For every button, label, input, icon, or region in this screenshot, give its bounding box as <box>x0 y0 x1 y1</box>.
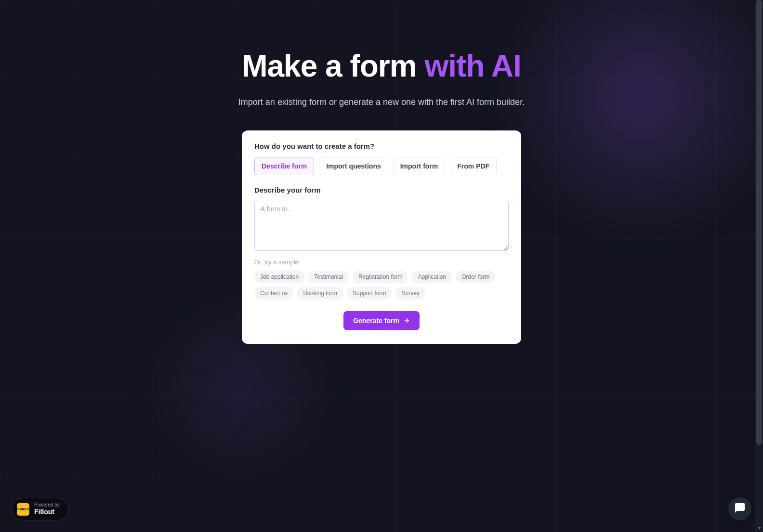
sample-contact-us[interactable]: Contact us <box>254 287 293 299</box>
tab-describe-form[interactable]: Describe form <box>254 157 314 175</box>
chat-icon <box>734 502 746 516</box>
scrollbar-down-arrow-icon[interactable]: ▾ <box>755 524 763 531</box>
describe-label: Describe your form <box>254 186 509 194</box>
form-card: How do you want to create a form? Descri… <box>242 130 521 344</box>
main-container: Make a form with AI Import an existing f… <box>0 0 763 344</box>
sample-application[interactable]: Application <box>412 271 452 283</box>
tab-import-form[interactable]: Import form <box>393 157 446 175</box>
powered-by-badge[interactable]: Fillout Powered by Fillout <box>12 498 69 520</box>
sample-job-application[interactable]: Job application <box>254 271 304 283</box>
sample-chips: Job application Testimonial Registration… <box>254 271 509 299</box>
generate-wrapper: Generate form <box>254 311 509 330</box>
page-title: Make a form with AI <box>242 48 521 84</box>
title-text: Make a form <box>242 49 424 83</box>
page-subtitle: Import an existing form or generate a ne… <box>238 97 525 107</box>
sample-order-form[interactable]: Order form <box>456 271 495 283</box>
chat-button[interactable] <box>728 497 751 520</box>
sample-registration-form[interactable]: Registration form <box>353 271 408 283</box>
card-question: How do you want to create a form? <box>254 142 509 150</box>
scrollbar-track[interactable] <box>756 0 762 523</box>
sample-survey[interactable]: Survey <box>395 287 425 299</box>
describe-form-input[interactable] <box>254 200 509 251</box>
title-accent: with AI <box>424 49 521 83</box>
tab-import-questions[interactable]: Import questions <box>319 157 388 175</box>
fillout-logo-icon: Fillout <box>17 503 29 516</box>
arrow-right-icon <box>403 317 410 324</box>
generate-button-label: Generate form <box>353 317 399 324</box>
sample-booking-form[interactable]: Booking form <box>297 287 343 299</box>
sample-testimonial[interactable]: Testimonial <box>308 271 349 283</box>
powered-by-brand: Fillout <box>34 508 60 516</box>
sample-support-form[interactable]: Support form <box>347 287 392 299</box>
scrollbar[interactable]: ▾ <box>755 0 763 532</box>
generate-form-button[interactable]: Generate form <box>343 311 420 330</box>
powered-text: Powered by Fillout <box>34 502 60 516</box>
tab-from-pdf[interactable]: From PDF <box>450 157 497 175</box>
scrollbar-thumb[interactable] <box>756 0 762 445</box>
logo-text: Fillout <box>17 507 29 511</box>
powered-by-label: Powered by <box>34 502 60 508</box>
sample-label: Or, try a sample: <box>254 259 509 266</box>
create-method-tabs: Describe form Import questions Import fo… <box>254 157 509 175</box>
